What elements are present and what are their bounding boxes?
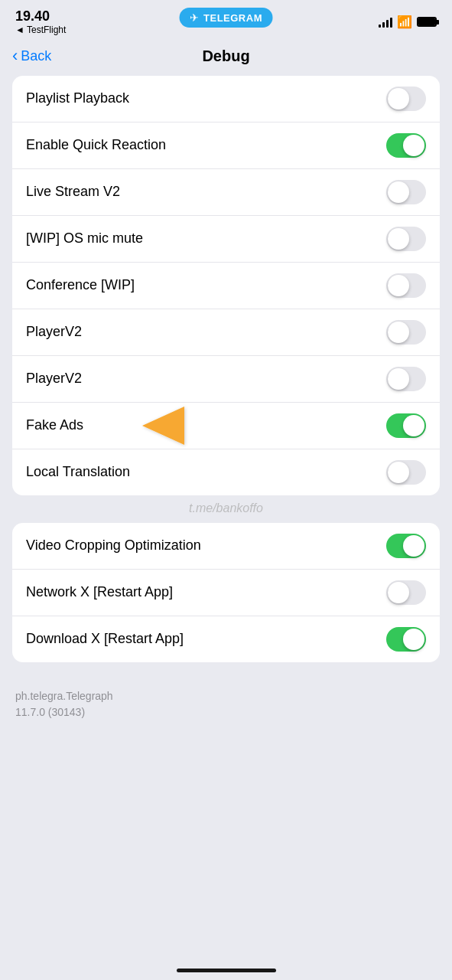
footer-line1: ph.telegra.Telegraph bbox=[15, 688, 437, 704]
label-os-mic-mute: [WIP] OS mic mute bbox=[26, 230, 143, 247]
battery-fill bbox=[418, 18, 435, 25]
toggle-player-v2-1[interactable] bbox=[386, 320, 426, 345]
footer-line2: 11.7.0 (30143) bbox=[15, 704, 437, 720]
signal-bar-4 bbox=[390, 18, 392, 28]
toggle-local-translation[interactable] bbox=[386, 460, 426, 485]
page-title: Debug bbox=[202, 47, 249, 65]
telegram-badge: ✈ TELEGRAM bbox=[179, 8, 273, 28]
row-download-x: Download X [Restart App] bbox=[12, 616, 440, 662]
row-os-mic-mute: [WIP] OS mic mute bbox=[12, 216, 440, 263]
label-network-x: Network X [Restart App] bbox=[26, 584, 173, 600]
telegram-pill-text: TELEGRAM bbox=[203, 12, 262, 24]
status-testflight: ◄ TestFlight bbox=[15, 24, 66, 35]
footer-info: ph.telegra.Telegraph 11.7.0 (30143) bbox=[0, 676, 452, 733]
label-playlist-playback: Playlist Playback bbox=[26, 90, 129, 106]
toggle-thumb bbox=[403, 415, 424, 436]
label-video-cropping: Video Cropping Optimization bbox=[26, 537, 201, 554]
label-local-translation: Local Translation bbox=[26, 464, 130, 480]
row-network-x: Network X [Restart App] bbox=[12, 570, 440, 616]
wifi-icon: 📶 bbox=[397, 15, 412, 29]
home-indicator bbox=[177, 969, 276, 972]
row-fake-ads: Fake Ads bbox=[12, 403, 440, 449]
toggle-network-x[interactable] bbox=[386, 580, 426, 605]
toggle-thumb bbox=[388, 88, 409, 109]
arrow-annotation bbox=[119, 403, 272, 449]
toggle-thumb bbox=[403, 629, 424, 650]
label-player-v2-2: PlayerV2 bbox=[26, 371, 82, 387]
label-fake-ads: Fake Ads bbox=[26, 417, 83, 433]
toggle-thumb bbox=[388, 181, 409, 203]
battery-icon bbox=[417, 17, 437, 27]
toggle-thumb bbox=[388, 322, 409, 343]
toggle-playlist-playback[interactable] bbox=[386, 87, 426, 111]
label-conference-wip: Conference [WIP] bbox=[26, 277, 135, 293]
signal-bar-3 bbox=[386, 20, 389, 28]
signal-bar-1 bbox=[379, 24, 381, 28]
toggle-thumb bbox=[403, 535, 424, 557]
toggle-fake-ads[interactable] bbox=[386, 413, 426, 438]
watermark: t.me/bankoffo bbox=[12, 501, 440, 515]
toggle-conference-wip[interactable] bbox=[386, 273, 426, 298]
row-playlist-playback: Playlist Playback bbox=[12, 76, 440, 122]
signal-icon bbox=[379, 17, 392, 28]
toggle-thumb bbox=[388, 368, 409, 390]
status-bar: 19.40 ◄ TestFlight ✈ TELEGRAM 📶 bbox=[0, 0, 452, 40]
telegram-icon: ✈ bbox=[190, 11, 199, 24]
settings-container: Playlist Playback Enable Quick Reaction … bbox=[0, 76, 452, 662]
back-label: Back bbox=[21, 48, 51, 64]
nav-bar: ‹ Back Debug bbox=[0, 40, 452, 76]
toggle-download-x[interactable] bbox=[386, 627, 426, 652]
toggle-thumb bbox=[388, 462, 409, 483]
telegram-pill: ✈ TELEGRAM bbox=[179, 8, 273, 28]
status-left: 19.40 ◄ TestFlight bbox=[15, 9, 66, 35]
row-conference-wip: Conference [WIP] bbox=[12, 263, 440, 309]
row-live-stream-v2: Live Stream V2 bbox=[12, 169, 440, 216]
label-live-stream-v2: Live Stream V2 bbox=[26, 184, 120, 200]
label-download-x: Download X [Restart App] bbox=[26, 631, 184, 647]
toggle-thumb bbox=[388, 582, 409, 603]
label-player-v2-1: PlayerV2 bbox=[26, 324, 82, 340]
signal-bar-2 bbox=[382, 22, 385, 28]
settings-group-2: Video Cropping Optimization Network X [R… bbox=[12, 523, 440, 662]
svg-marker-0 bbox=[142, 407, 184, 445]
row-player-v2-1: PlayerV2 bbox=[12, 309, 440, 356]
toggle-thumb bbox=[388, 275, 409, 296]
toggle-video-cropping[interactable] bbox=[386, 534, 426, 558]
toggle-thumb bbox=[388, 228, 409, 250]
label-enable-quick-reaction: Enable Quick Reaction bbox=[26, 137, 166, 153]
back-button[interactable]: ‹ Back bbox=[12, 47, 51, 64]
row-local-translation: Local Translation bbox=[12, 449, 440, 495]
status-time: 19.40 bbox=[15, 9, 66, 24]
toggle-os-mic-mute[interactable] bbox=[386, 227, 426, 251]
toggle-live-stream-v2[interactable] bbox=[386, 180, 426, 204]
back-chevron-icon: ‹ bbox=[12, 47, 18, 64]
row-enable-quick-reaction: Enable Quick Reaction bbox=[12, 122, 440, 169]
toggle-thumb bbox=[403, 135, 424, 156]
toggle-enable-quick-reaction[interactable] bbox=[386, 133, 426, 158]
settings-group-1: Playlist Playback Enable Quick Reaction … bbox=[12, 76, 440, 495]
toggle-player-v2-2[interactable] bbox=[386, 367, 426, 391]
status-right: 📶 bbox=[379, 15, 437, 29]
row-video-cropping: Video Cropping Optimization bbox=[12, 523, 440, 570]
row-player-v2-2: PlayerV2 bbox=[12, 356, 440, 403]
